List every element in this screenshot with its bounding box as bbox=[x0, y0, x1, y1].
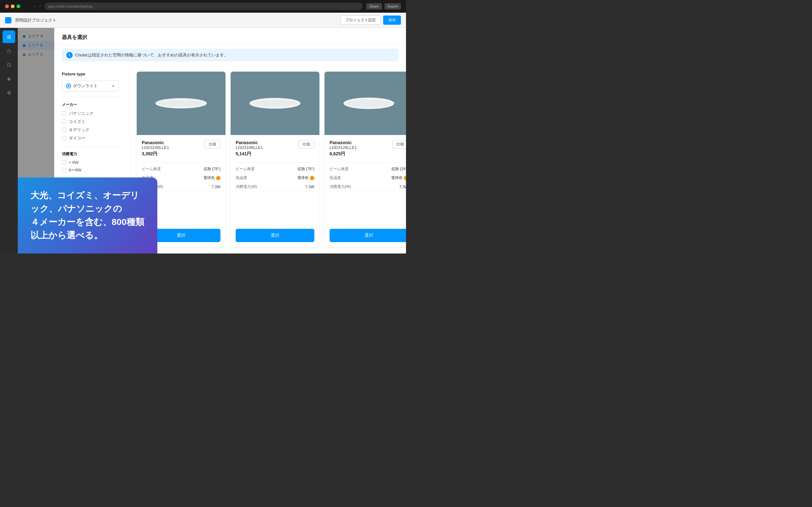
spec-value: 拡散 (76°) bbox=[298, 166, 314, 172]
banner-line-1: 大光、コイズミ、オーデリック、パナソニックの bbox=[31, 189, 145, 216]
maker-checkbox-odelic[interactable] bbox=[62, 128, 66, 132]
back-button[interactable]: ‹ bbox=[34, 4, 36, 9]
banner-text: 大光、コイズミ、オーデリック、パナソニックの ４メーカーを含む、800種類以上か… bbox=[31, 189, 145, 242]
maker-checkbox-koizumi[interactable] bbox=[62, 119, 66, 124]
select-button-1[interactable]: 選択 bbox=[236, 229, 314, 242]
spec-value: 電球色 bbox=[297, 175, 314, 181]
main-layout: ⊞ ◷ ⊡ ◈ ⊕ エリア A エリア B bbox=[0, 28, 406, 253]
modal-title: 器具を選択 bbox=[62, 35, 87, 40]
sidebar-item-1[interactable]: ◷ bbox=[3, 44, 15, 57]
product-info-1: Panasonic LGD3106LLE1 5,141円 仕様 ビーム角度 拡散… bbox=[231, 135, 319, 225]
spec-row: 消費電力(W) 7.3W bbox=[236, 182, 314, 191]
spec-button-0[interactable]: 仕様 bbox=[205, 140, 220, 149]
svg-point-5 bbox=[347, 100, 391, 107]
info-icon: i bbox=[66, 52, 72, 58]
address-bar[interactable]: app.chubic.io/project/lighting bbox=[44, 3, 362, 10]
spec-key: ビーム角度 bbox=[236, 166, 255, 172]
sidebar-item-4[interactable]: ⊕ bbox=[3, 86, 15, 99]
maker-label-panasonic: パナソニック bbox=[69, 111, 94, 116]
spec-key: 消費電力(W) bbox=[236, 184, 257, 189]
power-filter-title: 消費電力 bbox=[62, 152, 122, 157]
fixture-type-dropdown[interactable]: ダウンライト ▼ bbox=[62, 80, 119, 92]
minimize-dot[interactable] bbox=[11, 4, 14, 8]
sidebar-item-3[interactable]: ◈ bbox=[3, 72, 15, 85]
share-button[interactable]: Share bbox=[366, 3, 382, 9]
promo-banner: 大光、コイズミ、オーデリック、パナソニックの ４メーカーを含む、800種類以上か… bbox=[18, 177, 157, 253]
fixture-type-value: ダウンライト bbox=[73, 83, 98, 89]
fixture-type-label: Fixture type bbox=[62, 72, 122, 76]
spec-value: 7.3W bbox=[305, 185, 314, 189]
select-button-2[interactable]: 選択 bbox=[329, 229, 406, 242]
dropdown-arrow-icon: ▼ bbox=[112, 84, 115, 88]
maker-checkbox-daiko[interactable] bbox=[62, 136, 66, 140]
fixture-type-icon bbox=[66, 83, 71, 89]
product-scroll-area: Panasonic LGD3100LLE1 3,392円 仕様 ビーム角度 拡散… bbox=[137, 72, 406, 247]
product-model-2: LGD3126LLE1 bbox=[329, 145, 357, 150]
color-temp-dot bbox=[404, 176, 406, 180]
power-checkbox-6to9w[interactable] bbox=[62, 168, 66, 172]
browser-actions: Share Export bbox=[366, 3, 401, 9]
product-header-1: Panasonic LGD3106LLE1 5,141円 仕様 bbox=[236, 140, 314, 161]
product-specs-2: ビーム角度 拡散 (24°) 色温度 電球色 消費電力(W) 7.3W bbox=[329, 162, 406, 191]
product-price-2: 6,625円 bbox=[329, 151, 357, 157]
window-controls bbox=[5, 4, 20, 8]
product-header-0: Panasonic LGD3100LLE1 3,392円 仕様 bbox=[142, 140, 220, 161]
maker-filter-item-daiko[interactable]: ダイコー bbox=[62, 135, 122, 141]
spec-row: ビーム角度 拡散 (24°) bbox=[329, 165, 406, 174]
product-brand-0: Panasonic bbox=[142, 140, 169, 145]
maximize-dot[interactable] bbox=[16, 4, 20, 8]
close-dot[interactable] bbox=[5, 4, 9, 8]
power-checkboxes: < 6W 6〜9W bbox=[62, 160, 122, 173]
product-grid: Panasonic LGD3100LLE1 3,392円 仕様 ビーム角度 拡散… bbox=[131, 65, 406, 253]
spec-value: 電球色 bbox=[203, 175, 220, 181]
filter-divider-1 bbox=[62, 97, 122, 97]
downlight-svg-0 bbox=[153, 94, 210, 113]
project-title: 照明設計プロジェクト bbox=[15, 17, 56, 23]
downlight-svg-1 bbox=[247, 94, 304, 113]
info-text: Chubicは指定された空間の情報に基づいて、おすすめの器具が表示されています。 bbox=[75, 52, 228, 58]
sidebar-item-2[interactable]: ⊡ bbox=[3, 58, 15, 71]
maker-checkbox-panasonic[interactable] bbox=[62, 111, 66, 116]
downlight-svg-2 bbox=[340, 94, 397, 113]
maker-filter-item-panasonic[interactable]: パナソニック bbox=[62, 111, 122, 116]
maker-label-odelic: オデリック bbox=[69, 127, 90, 133]
power-checkbox-lt6w[interactable] bbox=[62, 160, 66, 165]
spec-key: ビーム角度 bbox=[142, 166, 161, 172]
color-temp-dot bbox=[310, 176, 314, 180]
spec-row: 色温度 電球色 bbox=[329, 174, 406, 182]
app-logo bbox=[5, 17, 11, 23]
product-header-2: Panasonic LGD3126LLE1 6,625円 仕様 bbox=[329, 140, 406, 161]
spec-button-1[interactable]: 仕様 bbox=[299, 140, 314, 149]
spec-row: 消費電力(W) 7.3W bbox=[329, 182, 406, 191]
product-info-2: Panasonic LGD3126LLE1 6,625円 仕様 ビーム角度 拡散… bbox=[324, 135, 406, 225]
spec-value: 拡散 (76°) bbox=[204, 166, 220, 172]
export-button[interactable]: Export bbox=[385, 3, 401, 9]
spec-key: 色温度 bbox=[329, 175, 341, 181]
product-card-2: Panasonic LGD3126LLE1 6,625円 仕様 ビーム角度 拡散… bbox=[324, 72, 406, 247]
sidebar-item-0[interactable]: ⊞ bbox=[3, 31, 15, 43]
spec-button-2[interactable]: 仕様 bbox=[392, 140, 406, 149]
maker-checkboxes: パナソニック コイズミ オデリック ダイコー bbox=[62, 111, 122, 141]
maker-filter-item-odelic[interactable]: オデリック bbox=[62, 127, 122, 133]
browser-toolbar: ‹ › app.chubic.io/project/lighting Share… bbox=[0, 0, 406, 13]
spec-key: ビーム角度 bbox=[329, 166, 349, 172]
svg-point-3 bbox=[252, 100, 298, 107]
fixture-type-selected: ダウンライト bbox=[66, 83, 98, 89]
color-temp-dot bbox=[216, 176, 220, 180]
modal-header: 器具を選択 bbox=[54, 28, 406, 45]
spec-value: 7.3W bbox=[399, 185, 406, 189]
product-image-1 bbox=[231, 72, 319, 135]
save-button[interactable]: 保存 bbox=[383, 15, 401, 25]
maker-filter-item-koizumi[interactable]: コイズミ bbox=[62, 119, 122, 124]
power-filter-item-lt6w[interactable]: < 6W bbox=[62, 160, 122, 165]
product-price-0: 3,392円 bbox=[142, 151, 169, 157]
maker-label-daiko: ダイコー bbox=[69, 135, 85, 141]
toolbar-right: プロジェクト設定 保存 bbox=[341, 15, 401, 25]
spec-row: 色温度 電球色 bbox=[236, 174, 314, 182]
forward-button[interactable]: › bbox=[39, 4, 41, 9]
content-area: エリア A エリア B エリア C bbox=[18, 28, 406, 253]
project-settings-button[interactable]: プロジェクト設定 bbox=[341, 15, 380, 25]
power-filter-item-6to9w[interactable]: 6〜9W bbox=[62, 167, 122, 173]
power-label-lt6w: < 6W bbox=[69, 160, 79, 165]
product-card-1: Panasonic LGD3106LLE1 5,141円 仕様 ビーム角度 拡散… bbox=[231, 72, 319, 247]
